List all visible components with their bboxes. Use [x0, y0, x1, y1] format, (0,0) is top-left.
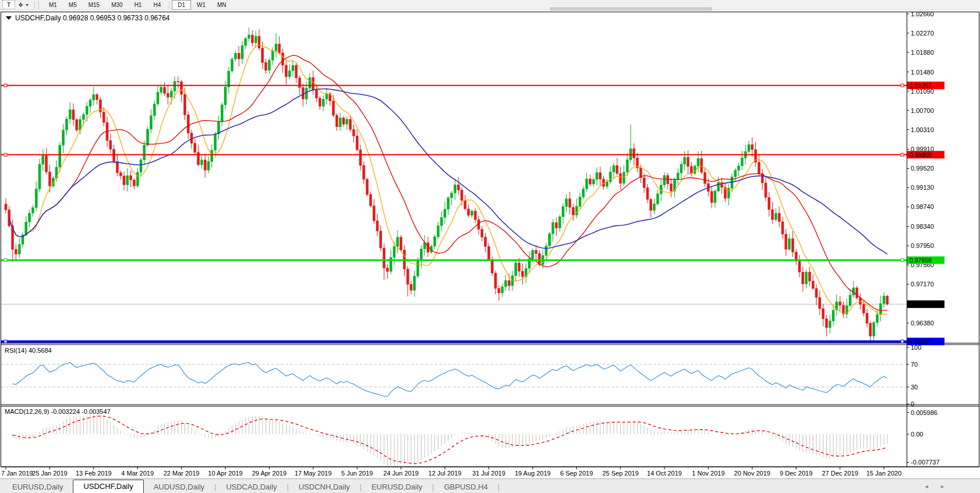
svg-text:15 Jan 2020: 15 Jan 2020 — [866, 470, 902, 477]
text-tool-button[interactable]: T — [2, 0, 15, 9]
svg-text:5 Jun 2019: 5 Jun 2019 — [341, 470, 373, 477]
tab-eurusd-daily[interactable]: EURUSD,Daily — [2, 481, 73, 493]
svg-text:1.02270: 1.02270 — [911, 30, 934, 37]
hline-handle — [4, 340, 7, 343]
symbol-tab-bar: EURUSD,DailyUSDCHF,DailyAUDUSD,Daily|USD… — [0, 478, 980, 493]
symbol-tabs: EURUSD,DailyUSDCHF,DailyAUDUSD,Daily|USD… — [2, 480, 500, 493]
tab-usdchf-daily[interactable]: USDCHF,Daily — [73, 480, 143, 493]
svg-text:19 Aug 2019: 19 Aug 2019 — [515, 470, 551, 477]
timeframe-button-m15[interactable]: M15 — [83, 0, 105, 10]
svg-text:1.01880: 1.01880 — [911, 49, 934, 56]
svg-text:4 Mar 2019: 4 Mar 2019 — [121, 470, 154, 477]
svg-text:0.97170: 0.97170 — [911, 281, 934, 288]
svg-text:30: 30 — [911, 384, 918, 391]
top-toolbar: T ❖ ▼ M1M5M15M30H1H4D1W1MN — [0, 0, 980, 10]
price-axis: 1.026601.022701.018801.014801.010901.007… — [907, 10, 934, 327]
hline-handle — [4, 259, 7, 262]
toolbar-divider — [34, 1, 35, 9]
svg-text:10 Apr 2019: 10 Apr 2019 — [208, 470, 242, 477]
collapse-triangle-icon — [6, 16, 12, 20]
macd-signal-line — [13, 416, 887, 464]
svg-text:17 May 2019: 17 May 2019 — [295, 470, 332, 477]
chart-window-frame — [1, 12, 979, 467]
svg-text:14 Oct 2019: 14 Oct 2019 — [647, 470, 682, 477]
timeframe-button-m1[interactable]: M1 — [43, 0, 63, 10]
hline-handle — [4, 153, 7, 156]
macd-label: MACD(12,26,9) -0.003224 -0.003547 — [5, 408, 111, 415]
svg-text:0.97950: 0.97950 — [911, 242, 934, 249]
chart-canvas[interactable]: 1.026601.022701.018801.014801.010901.007… — [0, 10, 980, 478]
arrows-icon: ❖ — [18, 2, 23, 8]
toolbar-divider — [169, 1, 169, 9]
svg-text:1.00310: 1.00310 — [911, 126, 934, 133]
hline-handle — [4, 84, 7, 87]
arrows-tool-button[interactable]: ❖ ▼ — [16, 1, 31, 9]
tab-audusd-daily[interactable]: AUDUSD,Daily — [144, 481, 214, 493]
svg-text:0.99520: 0.99520 — [911, 165, 934, 172]
ma-mid-line — [9, 55, 887, 310]
tab-gbpusd-h4[interactable]: GBPUSD,H4 — [434, 481, 497, 493]
chart-horizontal-scrollbar[interactable] — [550, 8, 712, 10]
macd-histogram — [6, 414, 887, 467]
timeframe-button-h4[interactable]: H4 — [147, 0, 167, 10]
timeframe-button-w1[interactable]: W1 — [191, 0, 211, 10]
tab-usdcnh-daily[interactable]: USDCNH,Daily — [289, 481, 360, 493]
svg-text:0.00: 0.00 — [911, 431, 923, 438]
timeframe-button-d1[interactable]: D1 — [172, 0, 191, 10]
svg-text:6 Sep 2019: 6 Sep 2019 — [560, 470, 593, 477]
hline-handle — [901, 84, 904, 87]
tab-usdcad-daily[interactable]: USDCAD,Daily — [216, 481, 286, 493]
hline-handle — [901, 340, 904, 343]
svg-text:1.01480: 1.01480 — [911, 69, 934, 76]
date-axis: 7 Jan 201925 Jan 201913 Feb 20194 Mar 20… — [1, 467, 901, 477]
tab-eurusd-daily[interactable]: EURUSD,Daily — [362, 481, 432, 493]
svg-text:1.00700: 1.00700 — [911, 107, 934, 114]
svg-text:29 Apr 2019: 29 Apr 2019 — [252, 470, 286, 477]
svg-text:27 Dec 2019: 27 Dec 2019 — [822, 470, 858, 477]
svg-text:22 Mar 2019: 22 Mar 2019 — [164, 470, 200, 477]
svg-text:31 Jul 2019: 31 Jul 2019 — [472, 470, 505, 477]
timeframe-button-m5[interactable]: M5 — [63, 0, 83, 10]
svg-text:13 Feb 2019: 13 Feb 2019 — [76, 470, 112, 477]
rsi-line — [13, 363, 887, 396]
timeframe-button-h1[interactable]: H1 — [129, 0, 148, 10]
svg-text:9 Dec 2019: 9 Dec 2019 — [780, 470, 812, 477]
svg-text:24 Jun 2019: 24 Jun 2019 — [383, 470, 419, 477]
svg-text:20 Nov 2019: 20 Nov 2019 — [734, 470, 770, 477]
svg-text:0.99130: 0.99130 — [911, 184, 934, 191]
svg-text:7 Jan 2019: 7 Jan 2019 — [1, 470, 33, 477]
tab-scroll-right-icon[interactable]: ► — [940, 484, 945, 490]
chart-title: USDCHF,Daily 0.96928 0.96953 0.96733 0.9… — [15, 14, 170, 22]
tab-separator: | — [498, 481, 500, 493]
svg-text:0.97658: 0.97658 — [910, 257, 932, 264]
timeframe-button-m30[interactable]: M30 — [105, 0, 128, 10]
svg-text:100: 100 — [911, 344, 921, 351]
hline-handle — [901, 153, 904, 156]
svg-text:0.98740: 0.98740 — [911, 203, 934, 210]
chevron-down-icon: ▼ — [25, 3, 29, 7]
hline-handle — [901, 259, 904, 262]
candlesticks — [5, 28, 889, 341]
tab-scroll-left-icon[interactable]: ◄ — [924, 484, 929, 490]
svg-text:0.98340: 0.98340 — [911, 223, 934, 230]
tab-scroll-nav: ◄ ► — [924, 484, 945, 490]
timeframe-button-group: M1M5M15M30H1H4D1W1MN — [43, 0, 232, 10]
svg-text:1.01207: 1.01207 — [910, 82, 932, 89]
svg-text:0.005986: 0.005986 — [911, 409, 937, 416]
svg-text:0.99800: 0.99800 — [910, 151, 932, 158]
svg-text:1.02660: 1.02660 — [911, 10, 934, 17]
timeframe-button-mn[interactable]: MN — [211, 0, 232, 10]
svg-text:-0.007737: -0.007737 — [911, 459, 940, 466]
svg-text:1 Nov 2019: 1 Nov 2019 — [692, 470, 724, 477]
svg-text:0.96380: 0.96380 — [911, 320, 934, 327]
svg-text:0: 0 — [911, 400, 914, 407]
svg-text:0.96764: 0.96764 — [910, 301, 932, 308]
svg-text:70: 70 — [911, 361, 918, 368]
svg-text:12 Jul 2019: 12 Jul 2019 — [429, 470, 462, 477]
toolbar-grip — [38, 1, 41, 9]
rsi-label: RSI(14) 40.5684 — [5, 347, 52, 354]
svg-text:25 Jan 2019: 25 Jan 2019 — [32, 470, 68, 477]
svg-text:25 Sep 2019: 25 Sep 2019 — [602, 470, 638, 477]
